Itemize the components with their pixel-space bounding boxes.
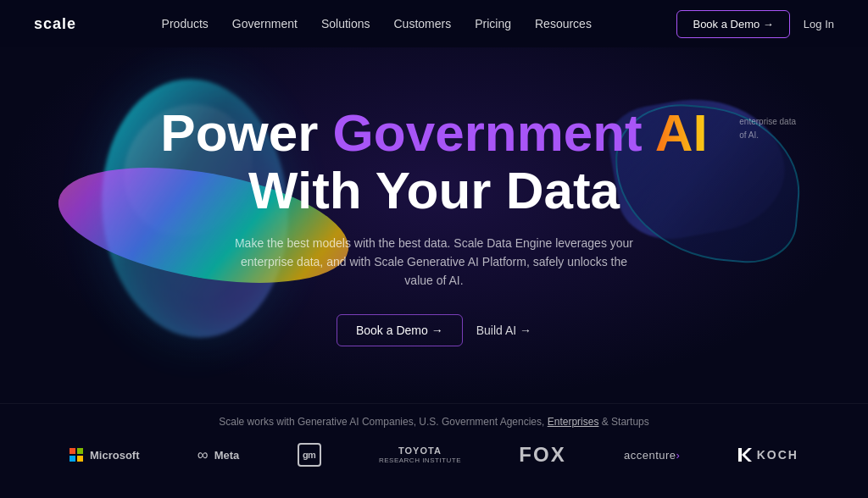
ms-blue xyxy=(70,456,75,462)
toyota-label: TOYOTA RESEARCH INSTITUTE xyxy=(379,445,461,465)
gm-label: gm xyxy=(303,450,316,460)
fox-label: FOX xyxy=(519,443,565,467)
hero-buttons: Book a Demo → Build AI → xyxy=(160,314,707,346)
koch-k-icon xyxy=(738,448,752,462)
nav-item-government[interactable]: Government xyxy=(232,16,298,31)
logo-toyota: TOYOTA RESEARCH INSTITUTE xyxy=(379,445,461,465)
nav-actions: Book a Demo → Log In xyxy=(676,10,834,38)
svg-rect-0 xyxy=(738,448,742,462)
hero-title-ai: AI xyxy=(655,103,708,162)
hero-title: Power Government AI With Your Data xyxy=(160,104,707,219)
hero-subtitle: Make the best models with the best data.… xyxy=(231,234,637,290)
hero-title-government: Government xyxy=(333,103,655,162)
shape-text-overlay: enterprise dataof AI. xyxy=(739,115,796,142)
hero-section: enterprise dataof AI. Power Government A… xyxy=(0,47,868,403)
nav-item-pricing[interactable]: Pricing xyxy=(475,16,511,31)
logo-fox: FOX xyxy=(519,443,565,467)
accenture-dot: › xyxy=(676,449,681,462)
hero-title-line2: With Your Data xyxy=(248,161,620,219)
logo-microsoft: Microsoft xyxy=(70,448,140,462)
nav-link-government[interactable]: Government xyxy=(232,17,298,30)
logo-gm: gm xyxy=(298,443,321,467)
hero-build-ai-button[interactable]: Build AI → xyxy=(476,324,531,337)
koch-label: KOCH xyxy=(738,448,798,462)
ms-green xyxy=(77,448,83,454)
accenture-label: accenture› xyxy=(624,449,680,462)
svg-marker-1 xyxy=(742,448,752,462)
logos-tagline-suffix: & Startups xyxy=(598,416,648,428)
toyota-line2: RESEARCH INSTITUTE xyxy=(379,456,461,465)
ms-yellow xyxy=(77,456,83,462)
nav-item-resources[interactable]: Resources xyxy=(535,16,592,31)
nav-link-customers[interactable]: Customers xyxy=(394,17,452,30)
logos-row: Microsoft ∞ Meta gm TOYOTA RESEARCH INST… xyxy=(70,443,798,467)
hero-book-demo-button[interactable]: Book a Demo → xyxy=(337,314,463,346)
nav-links: Products Government Solutions Customers … xyxy=(162,16,592,31)
nav-item-products[interactable]: Products xyxy=(162,16,209,31)
navbar: scale Products Government Solutions Cust… xyxy=(0,0,868,47)
microsoft-label: Microsoft xyxy=(90,449,140,462)
logo-accenture: accenture› xyxy=(624,449,680,462)
koch-icon xyxy=(738,448,752,462)
toyota-line1: TOYOTA xyxy=(379,445,461,456)
koch-text: KOCH xyxy=(757,448,798,462)
logos-tagline-prefix: Scale works with Generative AI Companies… xyxy=(219,416,548,428)
nav-item-customers[interactable]: Customers xyxy=(394,16,452,31)
nav-book-demo-button[interactable]: Book a Demo → xyxy=(676,10,789,38)
logo[interactable]: scale xyxy=(34,15,76,33)
meta-icon: ∞ xyxy=(198,446,208,464)
hero-title-power: Power xyxy=(160,103,332,162)
microsoft-icon xyxy=(70,448,83,462)
nav-login-button[interactable]: Log In xyxy=(804,18,834,30)
nav-item-solutions[interactable]: Solutions xyxy=(321,16,370,31)
logos-section: Scale works with Generative AI Companies… xyxy=(0,403,868,484)
gm-icon: gm xyxy=(298,443,321,467)
ms-red xyxy=(70,448,75,454)
nav-link-resources[interactable]: Resources xyxy=(535,17,592,30)
logos-tagline: Scale works with Generative AI Companies… xyxy=(34,416,834,428)
logo-koch: KOCH xyxy=(738,448,798,462)
nav-link-products[interactable]: Products xyxy=(162,17,209,30)
hero-content: Power Government AI With Your Data Make … xyxy=(160,104,707,346)
nav-link-pricing[interactable]: Pricing xyxy=(475,17,511,30)
logo-meta: ∞ Meta xyxy=(198,446,239,464)
meta-label: Meta xyxy=(214,449,240,462)
logos-tagline-link[interactable]: Enterprises xyxy=(548,416,599,428)
nav-link-solutions[interactable]: Solutions xyxy=(321,17,370,30)
